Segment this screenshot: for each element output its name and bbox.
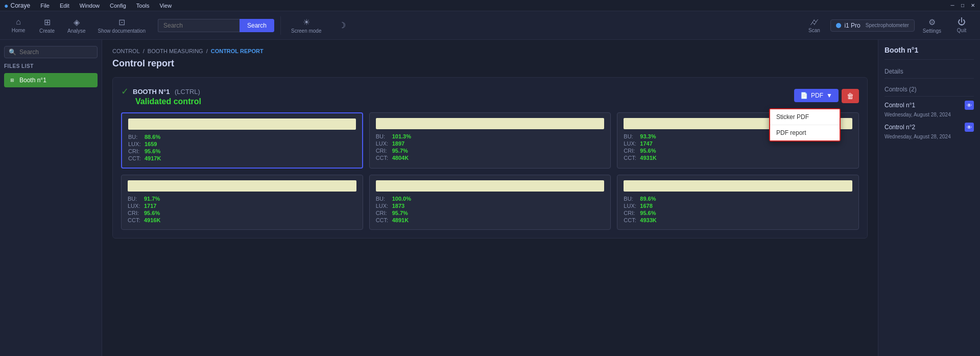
menu-bar: FileEditWindowConfigToolsView (38, 3, 174, 9)
create-icon: ⊞ (44, 17, 51, 27)
check-icon: ✓ (121, 86, 129, 97)
measurement-bar-0 (128, 118, 356, 130)
toolbar-create[interactable]: ⊞ Create (35, 15, 59, 36)
menu-item-file[interactable]: File (38, 3, 52, 9)
breadcrumb-control[interactable]: CONTROL (112, 48, 140, 54)
toolbar-search-input[interactable] (158, 19, 240, 32)
measurement-row-cri-label-2: CRI:95.6% (624, 148, 852, 154)
menu-item-edit[interactable]: Edit (58, 3, 71, 9)
toolbar-quit[interactable]: ⏻ Quit (949, 15, 974, 35)
bu-label-5: BU: (624, 196, 638, 202)
close-button[interactable]: ✕ (970, 3, 976, 9)
sidebar-search-input[interactable] (19, 49, 93, 56)
bu-value-1: 101.3% (392, 133, 411, 139)
dropdown-sticker-pdf[interactable]: Sticker PDF (770, 109, 840, 125)
cct-value-2: 4931K (640, 155, 656, 161)
measurement-row-cct-label-3: CCT:4916K (128, 217, 356, 223)
spectrophotometer-btn[interactable]: i1 Pro Spectrophotometer (830, 19, 914, 32)
bu-value-4: 100.0% (392, 196, 411, 202)
pdf-icon: 📄 (800, 92, 808, 99)
measurement-row-cri-label-3: CRI:95.6% (128, 210, 356, 216)
menu-item-config[interactable]: Config (108, 3, 128, 9)
pdf-chevron-icon: ▼ (826, 92, 832, 99)
measurement-card-0[interactable]: BU:88.6%LUX:1659CRI:95.6%CCT:4917K (121, 112, 363, 169)
measurement-row-lux-label-5: LUX:1678 (624, 203, 852, 209)
menu-item-window[interactable]: Window (78, 3, 102, 9)
cri-label-2: CRI: (624, 148, 638, 154)
spectro-dot-icon (836, 23, 841, 28)
measurement-bar-3 (128, 180, 356, 192)
cri-value-2: 95.6% (640, 148, 656, 154)
home-label: Home (12, 28, 26, 33)
measurement-card-3[interactable]: BU:91.7%LUX:1717CRI:95.6%CCT:4916K (121, 175, 363, 230)
breadcrumb-sep-1: / (143, 48, 145, 54)
control-title-text-0: Control n°1 (885, 102, 915, 109)
toolbar-home[interactable]: ⌂ Home (6, 15, 31, 35)
cri-label-0: CRI: (128, 148, 142, 154)
home-icon: ⌂ (16, 17, 21, 27)
right-section-details[interactable]: Details (885, 65, 974, 79)
booth-name-row: ✓ BOOTH N°1 (LCTRL) (121, 86, 201, 97)
lux-label-5: LUX: (624, 203, 638, 209)
menu-item-tools[interactable]: Tools (134, 3, 152, 9)
delete-button[interactable]: 🗑 (842, 89, 859, 103)
cct-label-4: CCT: (376, 217, 390, 223)
lux-label-2: LUX: (624, 140, 638, 147)
right-panel: Booth n°1 Details Controls (2) Control n… (878, 40, 980, 356)
control-eye-button-1[interactable]: 👁 (965, 123, 974, 132)
measurement-row-bu-label-3: BU:91.7% (128, 196, 356, 202)
screen-mode-label: Screen mode (291, 28, 321, 34)
measurement-bar-1 (376, 118, 605, 129)
pdf-btn-label: PDF (811, 92, 823, 99)
measurement-card-4[interactable]: BU:100.0%LUX:1873CRI:95.7%CCT:4891K (369, 175, 611, 230)
toolbar-analyse[interactable]: ◈ Analyse (63, 15, 90, 36)
quit-label: Quit (957, 28, 966, 33)
file-grid-icon: ⊞ (8, 76, 16, 84)
control-entry-0: Control n°1👁Wednesday, August 28, 2024 (885, 101, 974, 117)
window-controls: ─ □ ✕ (949, 3, 976, 9)
minimize-button[interactable]: ─ (949, 3, 955, 9)
toolbar-screen-mode[interactable]: ☀ Screen mode (287, 15, 325, 36)
control-eye-button-0[interactable]: 👁 (965, 101, 974, 110)
restore-button[interactable]: □ (960, 3, 966, 9)
toolbar-search-wrapper: Search (158, 19, 274, 32)
report-card: ✓ BOOTH N°1 (LCTRL) Validated control 📄 … (112, 77, 868, 239)
toolbar-settings[interactable]: ⚙ Settings (919, 15, 945, 36)
bu-label-0: BU: (128, 134, 142, 140)
lux-label-3: LUX: (128, 203, 142, 209)
pdf-dropdown: Sticker PDF PDF report (769, 108, 841, 141)
pdf-button[interactable]: 📄 PDF ▼ (794, 89, 839, 102)
toolbar-moon[interactable]: ☽ (330, 18, 354, 32)
sidebar-search-wrapper: 🔍 (4, 46, 98, 58)
cri-label-3: CRI: (128, 210, 142, 216)
scan-label: Scan (808, 28, 820, 33)
toolbar-right: ⌭ Scan i1 Pro Spectrophotometer ⚙ Settin… (802, 15, 974, 36)
breadcrumb-booth-measuring[interactable]: BOOTH MEASURING (148, 48, 203, 54)
cri-value-3: 95.6% (144, 210, 160, 216)
toolbar-search-button[interactable]: Search (240, 19, 274, 32)
controls-list: Control n°1👁Wednesday, August 28, 2024Co… (885, 101, 974, 139)
measurement-row-lux-label-3: LUX:1717 (128, 203, 356, 209)
menu-item-view[interactable]: View (157, 3, 174, 9)
lux-label-1: LUX: (376, 140, 390, 147)
right-section-controls[interactable]: Controls (2) (885, 83, 974, 97)
bu-label-2: BU: (624, 133, 638, 139)
measurement-row-cct-label-0: CCT:4917K (128, 155, 356, 161)
sidebar-item-booth1[interactable]: ⊞ Booth n°1 (4, 73, 98, 87)
dropdown-pdf-report[interactable]: PDF report (770, 125, 840, 140)
main-layout: 🔍 FILES LIST ⊞ Booth n°1 CONTROL / BOOTH… (0, 40, 980, 356)
measurement-bar-4 (376, 180, 605, 192)
measurement-card-1[interactable]: BU:101.3%LUX:1897CRI:95.7%CCT:4804K (369, 112, 611, 169)
bu-value-3: 91.7% (144, 196, 160, 202)
spectro-name-label: i1 Pro (844, 22, 860, 29)
control-title-row-0: Control n°1👁 (885, 101, 974, 110)
breadcrumb-control-report: CONTROL REPORT (211, 48, 264, 54)
lux-value-3: 1717 (144, 203, 156, 209)
toolbar-show-docs[interactable]: ⊡ Show documentation (94, 15, 150, 36)
create-label: Create (39, 28, 55, 34)
sidebar-search-icon: 🔍 (9, 49, 16, 56)
toolbar-scan[interactable]: ⌭ Scan (802, 15, 826, 35)
measurement-card-5[interactable]: BU:89.6%LUX:1678CRI:95.6%CCT:4933K (617, 175, 859, 230)
sidebar: 🔍 FILES LIST ⊞ Booth n°1 (0, 40, 102, 356)
booth-subtitle: Validated control (135, 97, 201, 106)
